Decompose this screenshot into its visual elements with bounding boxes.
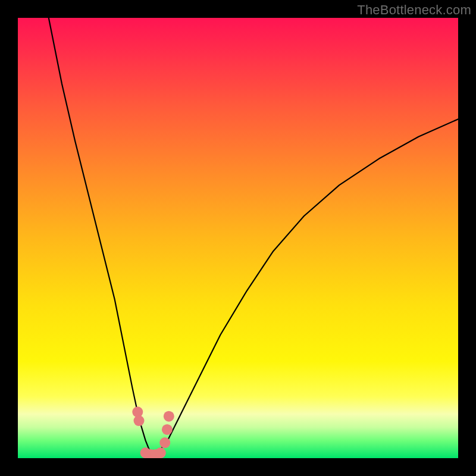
- watermark-text: TheBottleneck.com: [357, 2, 471, 18]
- svg-point-5: [155, 447, 166, 458]
- svg-point-6: [159, 437, 170, 448]
- chart-frame: TheBottleneck.com: [0, 0, 476, 476]
- bottleneck-curve: [49, 18, 458, 455]
- svg-point-1: [134, 415, 145, 426]
- highlight-markers: [132, 406, 174, 458]
- plot-area: [18, 18, 458, 458]
- chart-svg: [18, 18, 458, 458]
- svg-point-7: [162, 424, 173, 435]
- svg-point-8: [164, 411, 174, 422]
